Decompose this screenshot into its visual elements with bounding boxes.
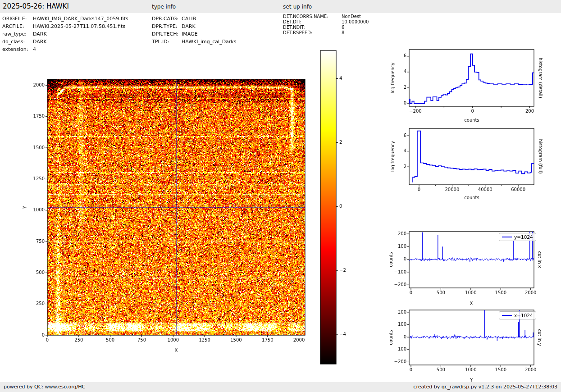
info-row: raw_type:DARK xyxy=(2,30,128,38)
info-value: DARK xyxy=(33,39,47,45)
info-row: DET.NCORRS.NAME:NonDest xyxy=(283,14,369,19)
info-value: CALIB xyxy=(182,16,196,22)
info-row: extension:4 xyxy=(2,46,128,53)
title-bar: 2025-05-26: HAWKI type info set-up info xyxy=(0,0,561,13)
cut-x-xlabel: X xyxy=(470,301,473,306)
info-row: DET.RSPEED:8 xyxy=(283,30,369,36)
cut-x-legend-label: y=1024 xyxy=(514,234,533,240)
footer-bar: powered by QC: www.eso.org/HC created by… xyxy=(0,382,561,392)
info-row: DET.NDIT:6 xyxy=(283,25,369,30)
info-label: ORIGFILE: xyxy=(2,15,33,23)
hist-full-xlabel: counts xyxy=(464,195,479,200)
hist-full-ylabel: log frequency xyxy=(390,141,395,172)
info-label: TPL.ID: xyxy=(152,38,182,46)
info-label: DPR.CATG: xyxy=(152,15,182,23)
info-label: DET.NCORRS.NAME: xyxy=(283,14,342,19)
info-value: NonDest xyxy=(342,14,361,19)
legend-line-sample xyxy=(502,315,512,316)
type-info-section: DPR.CATG:CALIB DPR.TYPE:DARK DPR.TECH:IM… xyxy=(152,15,236,46)
cut-x-legend: y=1024 xyxy=(499,233,536,241)
info-value: DARK xyxy=(33,31,47,37)
info-value: HAWKI.2025-05-27T11:07:58.451.fits xyxy=(33,23,125,29)
hist-detail-xlabel: counts xyxy=(464,118,479,123)
cut-y-xlabel: Y xyxy=(470,378,473,383)
info-row: do_class:DARK xyxy=(2,38,128,46)
info-value: 10.0000000 xyxy=(342,19,369,24)
info-row: DPR.TYPE:DARK xyxy=(152,23,236,30)
info-row: DPR.TECH:IMAGE xyxy=(152,30,236,38)
file-info-section: ORIGFILE:HAWKI_IMG_DARK_Darks147_0059.fi… xyxy=(2,15,128,53)
hist-detail-ylabel: log frequency xyxy=(390,63,395,94)
setup-info-section: DET.NCORRS.NAME:NonDest DET.DIT:10.00000… xyxy=(283,14,369,36)
setup-info-title: set-up info xyxy=(283,4,312,10)
info-label: DPR.TYPE: xyxy=(152,23,182,30)
cut-y-right-label: cut in y xyxy=(537,329,542,346)
type-info-title: type info xyxy=(152,4,176,10)
info-label: DET.RSPEED: xyxy=(283,30,342,36)
info-row: TPL.ID:HAWKI_img_cal_Darks xyxy=(152,38,236,46)
hist-full-right-label: histogram (full) xyxy=(538,139,543,173)
info-row: DET.DIT:10.0000000 xyxy=(283,19,369,25)
cut-x-ylabel: counts xyxy=(388,252,393,267)
info-row: ARCFILE:HAWKI.2025-05-27T11:07:58.451.fi… xyxy=(2,23,128,30)
footer-left-text: powered by QC: www.eso.org/HC xyxy=(4,384,85,390)
page-title: 2025-05-26: HAWKI xyxy=(3,2,69,10)
cut-y-legend-label: x=1024 xyxy=(514,313,533,318)
info-label: ARCFILE: xyxy=(2,23,33,30)
info-label: DET.DIT: xyxy=(283,19,342,25)
info-value: HAWKI_img_cal_Darks xyxy=(182,39,236,45)
info-label: raw_type: xyxy=(2,30,33,38)
info-value: DARK xyxy=(182,23,196,29)
info-row: DPR.CATG:CALIB xyxy=(152,15,236,23)
legend-line-sample xyxy=(502,237,512,237)
main-ylabel: Y xyxy=(23,206,27,209)
cut-y-legend: x=1024 xyxy=(499,311,536,319)
info-label: do_class: xyxy=(2,38,33,46)
qc-report-page: 2025-05-26: HAWKI type info set-up info … xyxy=(0,0,561,392)
footer-right-text: created by qc_rawdisp.py v1.2.3 on 2025-… xyxy=(413,384,557,390)
hist-detail-right-label: histogram (detail) xyxy=(538,58,543,98)
info-label: DPR.TECH: xyxy=(152,30,182,38)
info-row: ORIGFILE:HAWKI_IMG_DARK_Darks147_0059.fi… xyxy=(2,15,128,23)
info-value: 4 xyxy=(33,46,36,52)
cut-y-ylabel: counts xyxy=(388,330,393,345)
info-value: IMAGE xyxy=(182,31,198,37)
info-value: HAWKI_IMG_DARK_Darks147_0059.fits xyxy=(33,16,128,22)
info-value: 8 xyxy=(342,30,344,35)
info-label: DET.NDIT: xyxy=(283,25,342,30)
info-label: extension: xyxy=(2,46,33,53)
info-value: 6 xyxy=(342,25,344,30)
cut-x-right-label: cut in x xyxy=(537,251,542,268)
main-xlabel: X xyxy=(175,348,178,353)
